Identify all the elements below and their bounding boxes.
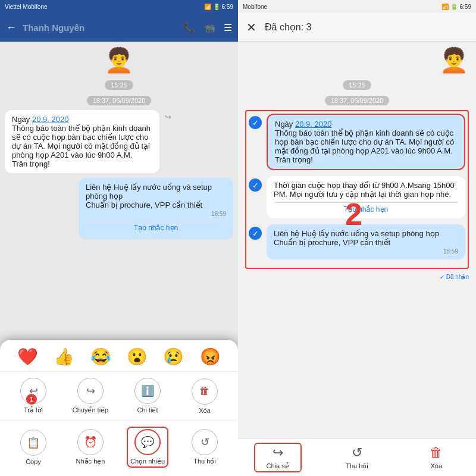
selection-header: ✕ Đã chọn: 3 — [238, 13, 476, 42]
check-2[interactable]: ✓ — [249, 178, 262, 192]
delete-icon: 🗑 — [192, 378, 218, 405]
check-3[interactable]: ✓ — [249, 227, 262, 240]
selected-msg-1: Ngày 20.9. 2020 Thông báo toàn thể bộ ph… — [267, 114, 465, 170]
icons-left: 📶 🔋 — [204, 4, 220, 10]
share-action[interactable]: ↪ Chia sẻ — [254, 443, 302, 472]
bottom-overlay: ❤️ 👍 😂 😮 😢 😡 ↩ Trả lời ↪ Chuyển tiếp ℹ️ … — [0, 340, 238, 476]
msg1-body-left: Thông báo toàn thể bộ phận kinh doanh sẽ… — [12, 124, 151, 168]
selected-msg-2: Thời gian cuộc họp thay đổi từ 9h00 A.Ms… — [267, 176, 465, 218]
emoji-wow[interactable]: 😮 — [127, 347, 148, 367]
left-panel: Viettel Mobifone 📶 🔋 6:59 ← Thanh Nguyên… — [0, 0, 238, 476]
forward-icon-1: ↪ — [165, 112, 171, 121]
action-delete[interactable]: 🗑 Xóa — [184, 378, 226, 414]
header-icons-left: 📞 📹 ☰ — [183, 22, 232, 33]
reply-label: Trả lời — [24, 406, 43, 414]
recall-icon-bottom: ↺ — [352, 445, 362, 461]
delete-action[interactable]: 🗑 Xóa — [412, 445, 460, 469]
menu-icon[interactable]: ☰ — [224, 22, 232, 33]
msg1-body-right: Thông báo toàn thể bộ phận kinh doanh sẽ… — [275, 129, 454, 164]
selected-messages-box: ✓ Ngày 20.9. 2020 Thông báo toàn thể bộ … — [245, 110, 469, 269]
recall-label: Thu hồi — [193, 458, 216, 465]
icons-right: 📶 🔋 — [441, 4, 458, 10]
chat-header-left: ← Thanh Nguyên 📞 📹 ☰ — [0, 13, 238, 42]
seen-badge: ✓ Đã nhận — [245, 274, 469, 280]
action-forward[interactable]: ↪ Chuyển tiếp — [70, 378, 111, 414]
action-recall[interactable]: ↺ Thu hồi — [184, 429, 226, 465]
recall-action[interactable]: ↺ Thu hồi — [333, 445, 381, 470]
date-link-right-1[interactable]: 20.9. 2020 — [295, 120, 331, 129]
time-right: 6:59 — [460, 4, 471, 10]
action-row-2: 📋 Copy ⏰ Nhắc hẹn 💬 Chọn nhiều ↺ Thu hồi — [0, 421, 238, 476]
close-selection-button[interactable]: ✕ — [246, 20, 256, 35]
right-panel: Mobifone 📶 🔋 6:59 ✕ Đã chọn: 3 🧑‍🦱 15:25… — [238, 0, 476, 476]
message-2-left: Liên hệ Huệ lấy nước uống và setup phòng… — [79, 178, 233, 239]
create-reminder-right[interactable]: Tạo nhắc hẹn — [274, 202, 458, 214]
emoji-angry[interactable]: 😡 — [200, 347, 221, 367]
badge-1: 1 — [26, 394, 37, 405]
date-link-1[interactable]: 20.9. 2020 — [32, 115, 68, 124]
emoji-heart[interactable]: ❤️ — [17, 347, 38, 367]
multi-select-label: Chọn nhiều — [130, 458, 165, 465]
create-reminder-left[interactable]: Tạo nhắc hẹn — [86, 221, 226, 234]
message-1-left: ↪ Ngày 20.9. 2020 Thông báo toàn thể bộ … — [5, 110, 159, 173]
msg2-body-left: Liên hệ Huệ lấy nước uống và setup phòng… — [86, 183, 212, 209]
emoji-laugh[interactable]: 😂 — [90, 347, 111, 367]
status-bar-left: Viettel Mobifone 📶 🔋 6:59 — [0, 0, 238, 13]
forward-icon: ↪ — [77, 378, 104, 404]
video-icon[interactable]: 📹 — [203, 22, 215, 33]
detail-label: Chi tiết — [137, 406, 158, 414]
reminder-icon: ⏰ — [77, 429, 104, 455]
action-multi-select[interactable]: 💬 Chọn nhiều — [127, 427, 168, 468]
selected-msg-3: Liên hệ Huệ lấy nước uống và setup phòng… — [267, 224, 465, 259]
reminder-label: Nhắc hẹn — [76, 458, 105, 465]
msg2-body-right: Thời gian cuộc họp thay đổi từ 9h00 A.Ms… — [274, 181, 455, 199]
action-copy[interactable]: 📋 Copy — [12, 430, 54, 465]
big-number-2: 2 — [345, 196, 362, 232]
action-detail[interactable]: ℹ️ Chi tiết — [127, 378, 168, 414]
time-left: 6:59 — [222, 4, 233, 10]
emoji-thumbsup[interactable]: 👍 — [54, 347, 74, 367]
check-1[interactable]: ✓ — [249, 116, 262, 129]
timestamp-1525-right: 15:25 — [245, 79, 469, 90]
emoji-cry[interactable]: 😢 — [163, 347, 184, 367]
emoji-row: ❤️ 👍 😂 😮 😢 😡 — [0, 340, 238, 372]
recall-label-bottom: Thu hồi — [346, 462, 368, 470]
delete-label-bottom: Xóa — [431, 462, 443, 469]
multi-select-icon: 💬 — [134, 429, 161, 455]
back-button-left[interactable]: ← — [6, 21, 17, 34]
copy-icon: 📋 — [20, 430, 46, 456]
carrier-right: Mobifone — [243, 4, 267, 10]
forward-label: Chuyển tiếp — [73, 406, 108, 414]
detail-icon: ℹ️ — [134, 378, 161, 404]
timestamp-1525: 15:25 — [5, 79, 233, 90]
selection-count-label: Đã chọn: 3 — [265, 21, 312, 33]
selected-msg-2-container: Thời gian cuộc họp thay đổi từ 9h00 A.Ms… — [267, 176, 465, 218]
chat-title-left: Thanh Nguyên — [23, 23, 177, 33]
bottom-bar-right: ↪ Chia sẻ ↺ Thu hồi 🗑 Xóa — [238, 438, 476, 476]
msg2-time-left: 18:59 — [86, 211, 226, 217]
action-reminder[interactable]: ⏰ Nhắc hẹn — [70, 429, 111, 465]
recall-icon: ↺ — [192, 429, 218, 455]
timestamp-date: 18:37, 06/09/2020 — [5, 95, 233, 105]
carrier-left: Viettel Mobifone — [5, 4, 48, 10]
chat-area-right: 🧑‍🦱 15:25 18:37, 06/09/2020 ✓ Ngày 20.9.… — [238, 42, 476, 438]
share-icon: ↪ — [273, 445, 283, 461]
delete-label: Xóa — [199, 407, 211, 414]
timestamp-date-right: 18:37, 06/09/2020 — [245, 95, 469, 105]
delete-icon-bottom: 🗑 — [430, 445, 443, 461]
share-label: Chia sẻ — [267, 462, 289, 470]
selected-row-1: ✓ Ngày 20.9. 2020 Thông báo toàn thể bộ … — [249, 114, 465, 170]
msg3-time-right: 18:59 — [274, 248, 458, 255]
call-icon[interactable]: 📞 — [183, 22, 195, 33]
copy-label: Copy — [26, 458, 41, 465]
status-bar-right: Mobifone 📶 🔋 6:59 — [238, 0, 476, 13]
